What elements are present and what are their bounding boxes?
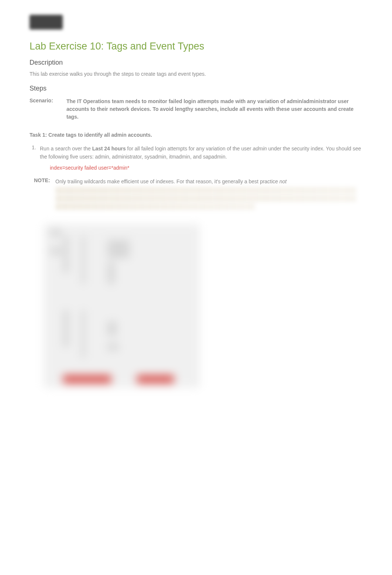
note-label: NOTE: <box>30 177 55 210</box>
logo-blurred <box>30 15 63 30</box>
note-italic: not <box>279 178 286 184</box>
item-italic: admin <box>253 146 267 152</box>
code-line: index=security failed user=*admin* <box>50 165 362 171</box>
page-title: Lab Exercise 10: Tags and Event Types <box>30 41 362 52</box>
scenario-text: The IT Operations team needs to monitor … <box>66 98 362 121</box>
blurred-text-line <box>55 203 255 210</box>
scenario-block: Scenario: The IT Operations team needs t… <box>30 98 362 121</box>
description-heading: Description <box>30 59 362 67</box>
item-bold: Last 24 hours <box>92 146 126 152</box>
item-text: Run a search over the Last 24 hours for … <box>40 144 362 161</box>
note-block: NOTE: Only trailing wildcards make effic… <box>30 177 362 210</box>
item-mid: for all failed login attempts for any va… <box>126 146 253 152</box>
note-text: Only trailing wildcards make efficient u… <box>55 177 362 210</box>
blurred-screenshot <box>44 225 199 387</box>
blurred-text-line <box>55 195 356 202</box>
note-prefix: Only trailing wildcards make efficient u… <box>55 178 279 184</box>
item-prefix: Run a search over the <box>40 146 92 152</box>
task1-item1: 1. Run a search over the Last 24 hours f… <box>30 144 362 161</box>
steps-heading: Steps <box>30 85 362 92</box>
item-number: 1. <box>30 144 40 161</box>
scenario-label: Scenario: <box>30 98 66 121</box>
task1-heading: Task 1: Create tags to identify all admi… <box>30 132 362 138</box>
description-text: This lab exercise walks you through the … <box>30 70 362 78</box>
blurred-text-line <box>55 187 356 194</box>
